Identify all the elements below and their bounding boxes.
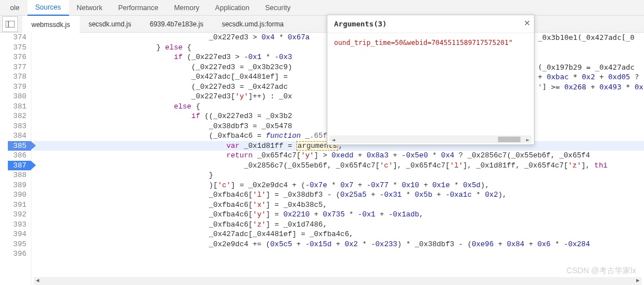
tab-console[interactable]: ole [2, 1, 28, 15]
line-number[interactable]: 375 [8, 43, 26, 53]
line-number[interactable]: 387 [8, 161, 31, 171]
navigator-toggle-icon[interactable] [2, 16, 18, 32]
editor-horizontal-scrollbar[interactable]: ◄ ► [34, 277, 642, 285]
file-tab-secsdk-format[interactable]: secsdk.umd.js:forma [213, 16, 293, 33]
line-number[interactable]: 374 [8, 33, 26, 43]
line-number[interactable]: 392 [8, 210, 26, 220]
tab-sources[interactable]: Sources [28, 0, 69, 16]
tooltip-body[interactable]: ound_trip_time=50&webid=7045511589717575… [327, 33, 534, 144]
value-tooltip: ✕ Arguments(3) ound_trip_time=50&webid=7… [327, 15, 535, 145]
line-number[interactable]: 380 [8, 92, 26, 102]
line-number[interactable]: 385 [8, 141, 31, 151]
tab-security[interactable]: Security [257, 1, 298, 15]
line-number[interactable]: 383 [8, 121, 26, 132]
line-number[interactable]: 379 [8, 82, 26, 92]
line-number[interactable]: 381 [8, 102, 26, 112]
file-tab-secsdk[interactable]: secsdk.umd.js [80, 16, 141, 33]
line-number[interactable]: 391 [8, 200, 26, 210]
file-tab-6939[interactable]: 6939.4b7e183e.js [141, 16, 213, 33]
code-overflow: _0x3b10e1(_0x427adc[_0(_0x197b29 = _0x42… [538, 33, 643, 259]
line-number[interactable]: 394 [8, 229, 26, 239]
scroll-left-icon[interactable]: ◄ [34, 276, 42, 285]
line-number[interactable]: 384 [8, 131, 26, 141]
scroll-right-icon[interactable]: ► [524, 137, 532, 143]
line-number[interactable]: 393 [8, 220, 26, 230]
line-number[interactable]: 395 [8, 239, 26, 250]
tab-performance[interactable]: Performance [110, 1, 166, 15]
tooltip-value: ound_trip_time=50&webid=7045511589717575… [334, 39, 513, 47]
line-gutter[interactable]: 3743753763773783793803813823833843853863… [0, 33, 31, 285]
scroll-right-icon[interactable]: ► [634, 276, 642, 285]
tab-memory[interactable]: Memory [166, 1, 207, 15]
file-tab-webmssdk[interactable]: webmssdk.js [22, 16, 80, 33]
line-number[interactable]: 396 [8, 249, 26, 259]
tooltip-title: Arguments(3) [327, 15, 534, 33]
line-number[interactable]: 390 [8, 190, 26, 200]
file-tabs: webmssdk.js secsdk.umd.js 6939.4b7e183e.… [0, 16, 644, 33]
scrollbar-thumb[interactable] [498, 137, 520, 142]
close-icon[interactable]: ✕ [524, 19, 531, 28]
line-number[interactable]: 376 [8, 52, 26, 62]
scroll-left-icon[interactable]: ◄ [330, 137, 337, 143]
line-number[interactable]: 382 [8, 111, 26, 121]
line-number[interactable]: 377 [8, 62, 26, 73]
source-editor: 3743753763773783793803813823833843853863… [0, 33, 644, 285]
line-number[interactable]: 388 [8, 170, 26, 180]
devtools-panels: ole Sources Network Performance Memory A… [0, 0, 644, 16]
svg-rect-0 [6, 21, 15, 28]
tooltip-horizontal-scrollbar[interactable]: ◄ ► [330, 135, 532, 143]
line-number[interactable]: 389 [8, 180, 26, 191]
tab-application[interactable]: Application [207, 1, 257, 15]
tab-network[interactable]: Network [69, 1, 111, 15]
line-number[interactable]: 378 [8, 72, 26, 82]
line-number[interactable]: 386 [8, 151, 26, 161]
